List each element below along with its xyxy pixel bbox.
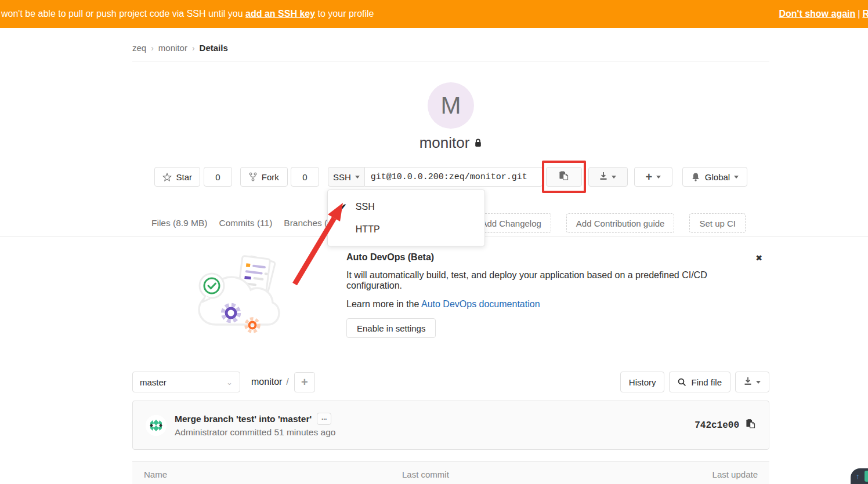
plus-icon: + [301,376,308,388]
bell-icon [691,172,700,182]
dropdown-item-label: SSH [356,202,375,212]
breadcrumb-separator-icon: › [187,43,200,53]
clone-url-input[interactable] [365,167,542,187]
download-source-button[interactable] [588,167,628,187]
copy-clone-url-button[interactable] [546,167,582,187]
enable-in-settings-button[interactable]: Enable in settings [346,318,436,338]
protocol-dropdown-button[interactable]: SSH [328,167,365,187]
find-file-label: Find file [691,377,722,387]
devops-illustration [194,249,281,336]
devops-title: Auto DevOps (Beta) [346,252,746,263]
tab-branches[interactable]: Branches ( [284,218,327,228]
copy-icon [558,170,569,183]
new-item-dropdown-button[interactable]: + [634,167,672,187]
check-icon: ✔ [339,202,356,212]
scroll-to-top-widget[interactable]: ↑ [851,468,868,484]
dropdown-item-http[interactable]: ✔ HTTP [328,218,484,241]
fork-button[interactable]: Fork [240,167,288,187]
tab-commits[interactable]: Commits (11) [219,218,272,228]
branch-select[interactable]: master ⌄ [132,372,240,392]
arrow-up-icon: ↑ [856,472,860,481]
banner-message: won't be able to pull or push project co… [1,9,374,19]
add-contribution-guide-button[interactable]: Add Contribution guide [566,213,675,233]
file-path: monitor/ [251,377,289,387]
dropdown-item-label: HTTP [356,224,380,235]
chevron-down-icon: ⌄ [226,378,233,387]
star-icon [162,173,172,181]
plus-icon: + [645,171,652,183]
chevron-down-icon [756,381,761,386]
devops-learn-more: Learn more in the Auto DevOps documentat… [346,299,746,310]
project-tabs: Files (8.9 MB) Commits (11) Branches ( [132,218,327,228]
banner-text-after: to your profile [315,9,374,19]
star-count[interactable]: 0 [204,167,232,187]
star-label: Star [176,172,193,182]
commit-expand-button[interactable]: ... [317,413,331,425]
commit-info: Merge branch 'test' into 'master' ... Ad… [175,413,335,438]
breadcrumb-current: Details [200,43,228,53]
learn-more-prefix: Learn more in the [346,299,421,309]
column-header-last-update: Last update [713,470,769,479]
breadcrumb-project[interactable]: monitor [158,43,187,53]
chevron-down-icon [612,176,616,181]
file-table-header: Name Last commit Last update [132,461,769,484]
commit-author-avatar [146,415,167,436]
commit-title[interactable]: Merge branch 'test' into 'master' [175,414,312,424]
project-actions-row: Star 0 Fork 0 SSH ✔ [132,167,769,187]
breadcrumb: zeq›monitor›Details [132,28,769,61]
set-up-ci-button[interactable]: Set up CI [689,213,746,233]
search-icon [678,378,686,387]
dropdown-item-ssh[interactable]: ✔ SSH [328,195,484,218]
fork-icon [249,172,257,181]
gitlab-project-page: won't be able to pull or push project co… [0,0,868,484]
project-title-row: monitor [132,134,769,152]
devops-body: Auto DevOps (Beta) It will automatically… [346,252,769,338]
chevron-down-icon [656,176,661,181]
add-file-button[interactable]: + [294,372,315,392]
file-browser-controls: master ⌄ monitor/ + History Find file [132,372,769,392]
remind-later-link[interactable]: R [862,9,868,19]
column-header-name: Name [132,470,402,479]
breadcrumb-separator-icon: › [146,43,158,53]
auto-devops-callout: Auto DevOps (Beta) It will automatically… [132,236,769,338]
commit-meta: Administrator committed 51 minutes ago [175,427,335,438]
fork-count[interactable]: 0 [291,167,319,187]
project-header: M monitor [132,82,769,152]
branch-name: master [140,377,167,387]
column-header-last-commit: Last commit [402,470,713,479]
project-name: monitor [419,134,470,152]
download-icon [599,172,607,182]
dont-show-again-link[interactable]: Don't show again [779,9,855,19]
find-file-button[interactable]: Find file [669,372,730,392]
devops-description: It will automatically build, test, and d… [346,270,746,291]
notification-label: Global [705,172,730,182]
history-button[interactable]: History [620,372,665,392]
banner-text-before: won't be able to pull or push project co… [1,9,245,19]
quick-action-buttons: Add Changelog Add Contribution guide Set… [471,213,746,233]
clone-url-group: SSH ✔ SSH ✔ HTTP [328,167,582,187]
chevron-down-icon [734,176,739,181]
tab-files[interactable]: Files (8.9 MB) [151,218,207,228]
download-icon [744,377,752,387]
banner-separator: | [855,9,862,19]
copy-commit-sha-icon[interactable] [745,419,756,432]
notification-setting-button[interactable]: Global [682,167,747,187]
star-button[interactable]: Star [154,167,200,187]
last-commit-box: Merge branch 'test' into 'master' ... Ad… [132,401,769,450]
chevron-down-icon [355,176,360,181]
auto-devops-doc-link[interactable]: Auto DevOps documentation [421,299,540,309]
fork-label: Fork [262,172,279,182]
commit-sha-group: 742c1e00 [695,419,756,432]
path-root[interactable]: monitor [251,377,282,387]
widget-green-icon [865,471,868,482]
close-icon[interactable]: ✖ [755,253,762,263]
protocol-label: SSH [333,172,351,182]
protocol-dropdown-menu: ✔ SSH ✔ HTTP [327,190,485,246]
project-avatar: M [428,82,474,129]
private-lock-icon [474,139,482,147]
breadcrumb-group[interactable]: zeq [132,43,146,53]
banner-actions: Don't show again|R [779,9,868,19]
add-ssh-key-link[interactable]: add an SSH key [245,9,315,19]
file-browser-right-actions: History Find file [620,372,769,392]
download-archive-button[interactable] [735,372,769,392]
